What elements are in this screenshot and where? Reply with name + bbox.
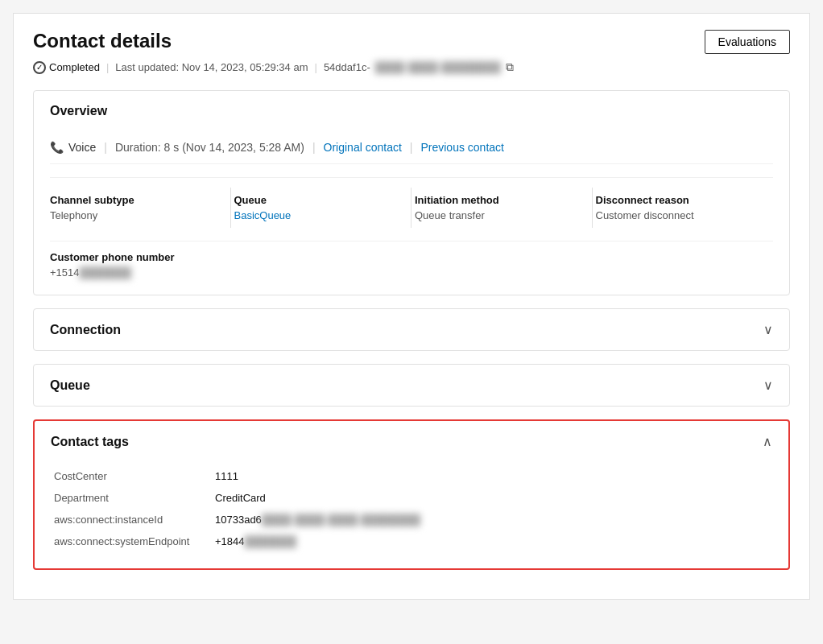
tag-value: +1844███████ bbox=[212, 530, 772, 552]
contact-tags-section: Contact tags ∧ CostCenter1111DepartmentC… bbox=[33, 419, 790, 570]
evaluations-button[interactable]: Evaluations bbox=[705, 30, 790, 54]
overview-title: Overview bbox=[50, 104, 107, 118]
channel-subtype-value: Telephony bbox=[50, 209, 217, 221]
queue-cell: Queue BasicQueue bbox=[231, 188, 412, 228]
channel-label: 📞 Voice bbox=[50, 141, 96, 154]
divider2: | bbox=[315, 61, 317, 73]
tag-key: Department bbox=[51, 487, 212, 509]
disconnect-reason-value: Customer disconnect bbox=[596, 209, 761, 221]
queue-section: Queue ∨ bbox=[33, 364, 790, 407]
tag-key: aws:connect:systemEndpoint bbox=[51, 530, 212, 552]
last-updated-text: Last updated: Nov 14, 2023, 05:29:34 am bbox=[115, 61, 308, 73]
customer-phone-value: +1514███████ bbox=[50, 266, 773, 279]
contact-id: 54ddaf1c-████-████-████████ ⧉ bbox=[324, 60, 514, 74]
page-title: Contact details bbox=[33, 30, 172, 52]
overview-header: Overview bbox=[34, 91, 789, 131]
tag-value: 1111 bbox=[212, 465, 772, 487]
tag-row: DepartmentCreditCard bbox=[51, 487, 772, 509]
tags-chevron-up-icon: ∧ bbox=[763, 434, 772, 449]
tag-value: CreditCard bbox=[212, 487, 772, 509]
channel-subtype-cell: Channel subtype Telephony bbox=[50, 188, 231, 228]
divider: | bbox=[106, 61, 109, 73]
meta-row: ✓ Completed | Last updated: Nov 14, 2023… bbox=[33, 60, 790, 74]
queue-value[interactable]: BasicQueue bbox=[234, 209, 399, 221]
copy-icon[interactable]: ⧉ bbox=[506, 60, 514, 74]
initiation-method-cell: Initiation method Queue transfer bbox=[412, 188, 593, 228]
check-circle-icon: ✓ bbox=[33, 61, 46, 74]
channel-subtype-label: Channel subtype bbox=[50, 194, 217, 206]
tag-value: 10733ad6████-████-████-████████ bbox=[212, 509, 772, 530]
disconnect-reason-label: Disconnect reason bbox=[596, 194, 761, 206]
header-row: Contact details Evaluations bbox=[33, 30, 790, 54]
connection-header[interactable]: Connection ∨ bbox=[34, 309, 789, 350]
queue-section-title: Queue bbox=[50, 378, 90, 393]
tag-key: aws:connect:instanceId bbox=[51, 509, 212, 530]
voice-row: 📞 Voice | Duration: 8 s (Nov 14, 2023, 5… bbox=[50, 131, 773, 164]
connection-section: Connection ∨ bbox=[33, 308, 790, 351]
overview-section: Overview 📞 Voice | Duration: 8 s (Nov 14… bbox=[33, 90, 790, 295]
customer-phone-section: Customer phone number +1514███████ bbox=[50, 241, 773, 279]
info-grid: Channel subtype Telephony Queue BasicQue… bbox=[50, 177, 773, 228]
tag-key: CostCenter bbox=[51, 465, 212, 487]
contact-tags-header[interactable]: Contact tags ∧ bbox=[35, 421, 788, 462]
disconnect-reason-cell: Disconnect reason Customer disconnect bbox=[593, 188, 774, 228]
customer-phone-label: Customer phone number bbox=[50, 251, 773, 263]
previous-contact-link[interactable]: Previous contact bbox=[420, 141, 504, 154]
initiation-method-value: Queue transfer bbox=[415, 209, 579, 221]
queue-label: Queue bbox=[234, 194, 399, 206]
original-contact-link[interactable]: Original contact bbox=[324, 141, 402, 154]
tag-row: aws:connect:instanceId10733ad6████-████-… bbox=[51, 509, 772, 530]
initiation-method-label: Initiation method bbox=[415, 194, 579, 206]
tag-row: aws:connect:systemEndpoint+1844███████ bbox=[51, 530, 772, 552]
tag-row: CostCenter1111 bbox=[51, 465, 772, 487]
connection-title: Connection bbox=[50, 323, 121, 337]
queue-chevron-down-icon: ∨ bbox=[763, 378, 773, 393]
page-wrapper: Contact details Evaluations ✓ Completed … bbox=[13, 13, 810, 600]
tags-content: CostCenter1111DepartmentCreditCardaws:co… bbox=[35, 462, 788, 568]
contact-tags-title: Contact tags bbox=[51, 435, 129, 449]
tags-table: CostCenter1111DepartmentCreditCardaws:co… bbox=[51, 465, 772, 552]
phone-icon: 📞 bbox=[50, 141, 64, 154]
overview-content: 📞 Voice | Duration: 8 s (Nov 14, 2023, 5… bbox=[34, 131, 789, 295]
status-badge: ✓ Completed bbox=[33, 61, 100, 74]
chevron-down-icon: ∨ bbox=[763, 322, 773, 337]
duration-text: Duration: 8 s (Nov 14, 2023, 5:28 AM) bbox=[115, 141, 304, 154]
queue-section-header[interactable]: Queue ∨ bbox=[34, 365, 789, 406]
